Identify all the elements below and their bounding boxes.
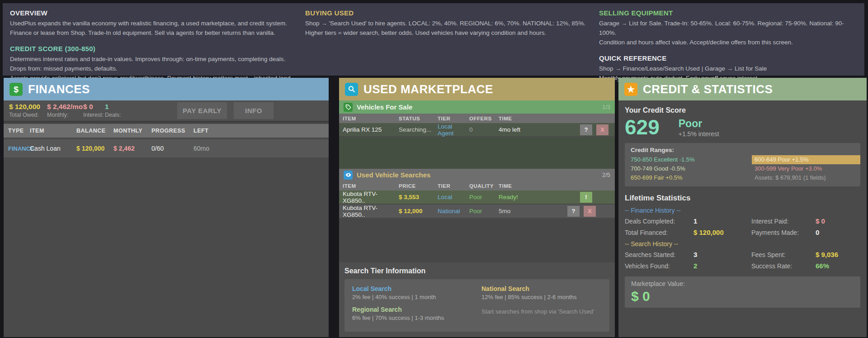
- credit-ranges-box: Credit Ranges: 750-850 Excellent -1.5% 7…: [625, 143, 860, 186]
- credit-ranges-right: 600-649 Poor +1.5% 300-599 Very Poor +3.…: [752, 155, 860, 182]
- search-claim-button[interactable]: !: [580, 192, 592, 203]
- search-result-row-ready[interactable]: Kubota RTV-XG850.. $ 3,553 Local Poor Re…: [339, 190, 615, 204]
- finances-summary-bar: $ 120,000 Total Owed: $ 2,462/mo Monthly…: [4, 100, 329, 123]
- credit-rating: Poor: [679, 118, 719, 129]
- search-time: Ready!: [499, 194, 580, 200]
- total-owed-stat: $ 120,000 Total Owed:: [9, 103, 47, 119]
- used-vehicle-searches-bar: Used Vehicle Searches 2/5: [339, 169, 615, 181]
- finance-table-row[interactable]: FINANCE Cash Loan $ 120,000 $ 2,462 0/60…: [4, 139, 329, 157]
- selling-equipment-section: SELLING EQUIPMENT Garage → List for Sale…: [599, 9, 859, 48]
- col-item: ITEM: [343, 116, 399, 121]
- range-fair: 650-699 Fair +0.5%: [631, 173, 752, 182]
- tier-column-right: National Search 12% fee | 85% success | …: [481, 285, 602, 327]
- national-search-name: National Search: [481, 285, 602, 292]
- range-good: 700-749 Good -0.5%: [631, 164, 752, 173]
- success-rate-value: 66%: [816, 262, 860, 270]
- interest-label: Interest:: [83, 111, 105, 119]
- usedplus-screen: OVERVIEW UsedPlus expands the vanilla ec…: [0, 0, 868, 338]
- score-row: 629 Poor +1.5% interest: [625, 115, 860, 139]
- national-search-details: 12% fee | 85% success | 2-6 months: [481, 294, 602, 300]
- info-button[interactable]: INFO: [234, 102, 274, 119]
- marketplace-header: USED MARKETPLACE: [339, 78, 615, 100]
- search-price: $ 3,553: [399, 194, 438, 200]
- score-rating-block: Poor +1.5% interest: [679, 115, 719, 138]
- loan-balance: $ 120,000: [76, 145, 113, 152]
- col-status: STATUS: [399, 116, 438, 121]
- search-quality: Poor: [469, 194, 499, 200]
- tag-icon: [344, 103, 353, 112]
- monthly-stat: $ 2,462/mo Monthly:: [47, 103, 83, 119]
- buying-used-title: BUYING USED: [305, 9, 594, 17]
- regional-search-name: Regional Search: [352, 306, 472, 313]
- total-owed-label: Total Owed:: [9, 111, 47, 119]
- marketplace-panel-title: USED MARKETPLACE: [363, 82, 493, 96]
- listing-item: Aprilia RX 125: [343, 126, 399, 133]
- vehicle-listing-row[interactable]: Aprilia RX 125 Searching... Local Agent …: [339, 123, 615, 136]
- deals-stat: 1 Deals:: [105, 103, 132, 119]
- overview-section: OVERVIEW UsedPlus expands the vanilla ec…: [10, 9, 299, 38]
- marketplace-value-box: Marketplace Value: $ 0: [625, 276, 860, 308]
- fees-spent-label: Fees Spent:: [751, 251, 816, 258]
- fees-spent-value: $ 9,036: [816, 251, 860, 258]
- search-item: Kubota RTV-XG850..: [343, 205, 399, 218]
- vehicles-for-sale-count: 1/3: [602, 104, 610, 110]
- search-help-button[interactable]: ?: [567, 206, 580, 217]
- credit-ranges-heading: Credit Ranges:: [631, 147, 860, 153]
- info-column-buying: BUYING USED Shop → 'Search Used' to hire…: [305, 9, 594, 45]
- credit-body: Your Credit Score 629 Poor +1.5% interes…: [618, 100, 867, 337]
- tier-column-left: Local Search 2% fee | 40% success | 1 mo…: [352, 285, 472, 327]
- finances-panel-title: FINANCES: [28, 82, 90, 96]
- search-item: Kubota RTV-XG850..: [343, 190, 399, 204]
- overview-line-2: Finance or lease from Shop. Trade-In old…: [10, 29, 299, 38]
- searches-table-header: ITEM PRICE TIER QUALITY TIME: [339, 181, 615, 190]
- credit-score-value: 629: [625, 115, 660, 139]
- listing-help-button[interactable]: ?: [580, 124, 592, 135]
- range-very-poor: 300-599 Very Poor +3.0%: [752, 164, 860, 173]
- deals-completed-value: 1: [693, 217, 751, 225]
- interest-paid-value: $ 0: [816, 217, 860, 225]
- interest-paid-label: Interest Paid:: [751, 218, 816, 225]
- search-cancel-button[interactable]: X: [584, 206, 596, 217]
- col-tier: TIER: [438, 116, 469, 121]
- selling-equipment-title: SELLING EQUIPMENT: [599, 9, 859, 17]
- listing-cancel-button[interactable]: X: [596, 124, 609, 135]
- col-monthly: MONTHLY: [113, 128, 151, 134]
- star-icon: ★: [624, 83, 637, 96]
- used-vehicle-searches-count: 2/5: [602, 171, 610, 178]
- total-owed-value: $ 120,000: [9, 103, 47, 111]
- deals-completed-label: Deals Completed:: [625, 218, 693, 225]
- monthly-label: Monthly:: [47, 111, 83, 119]
- help-info-bar: OVERVIEW UsedPlus expands the vanilla ec…: [3, 3, 864, 76]
- local-search-name: Local Search: [352, 285, 472, 292]
- loan-left: 60mo: [193, 145, 329, 152]
- vehicles-empty-area: [339, 137, 615, 169]
- lifetime-statistics-heading: Lifetime Statistics: [625, 194, 860, 203]
- local-search-details: 2% fee | 40% success | 1 month: [352, 294, 472, 300]
- search-history-label: -- Search History --: [625, 240, 860, 248]
- finances-empty-area: [4, 157, 329, 337]
- search-time: 5mo: [499, 208, 567, 214]
- quick-reference-line-1: Shop → Finance/Lease/Search Used | Garag…: [599, 64, 859, 74]
- col-type: TYPE: [8, 128, 30, 134]
- col-quality: QUALITY: [469, 183, 499, 189]
- col-balance: BALANCE: [76, 128, 113, 134]
- col-time: TIME: [499, 116, 615, 121]
- monthly-value: $ 2,462/mo: [47, 103, 83, 111]
- buying-used-line-2: Higher tiers = wider search, better odds…: [305, 29, 594, 38]
- listing-tier: Local Agent: [438, 123, 469, 137]
- your-credit-score-heading: Your Credit Score: [625, 106, 860, 114]
- col-item: ITEM: [343, 183, 399, 189]
- overview-line-1: UsedPlus expands the vanilla economy wit…: [10, 19, 299, 29]
- marketplace-value-label: Marketplace Value:: [631, 280, 854, 287]
- selling-equipment-line-1: Garage → List for Sale. Trade-In: 50-65%…: [599, 19, 859, 38]
- pay-early-button[interactable]: PAY EARLY: [177, 102, 227, 119]
- finances-panel: $ FINANCES $ 120,000 Total Owed: $ 2,462…: [4, 78, 329, 337]
- credit-header: ★ CREDIT & STATISTICS: [618, 78, 867, 100]
- searches-started-value: 3: [693, 251, 751, 258]
- search-result-row-pending[interactable]: Kubota RTV-XG850.. $ 12,000 National Poo…: [339, 205, 615, 218]
- credit-interest-modifier: +1.5% interest: [679, 130, 719, 138]
- used-vehicle-searches-title: Used Vehicle Searches: [357, 171, 430, 179]
- credit-statistics-panel: ★ CREDIT & STATISTICS Your Credit Score …: [618, 78, 867, 337]
- search-tier: Local: [438, 194, 469, 200]
- search-quality: Poor: [469, 208, 499, 214]
